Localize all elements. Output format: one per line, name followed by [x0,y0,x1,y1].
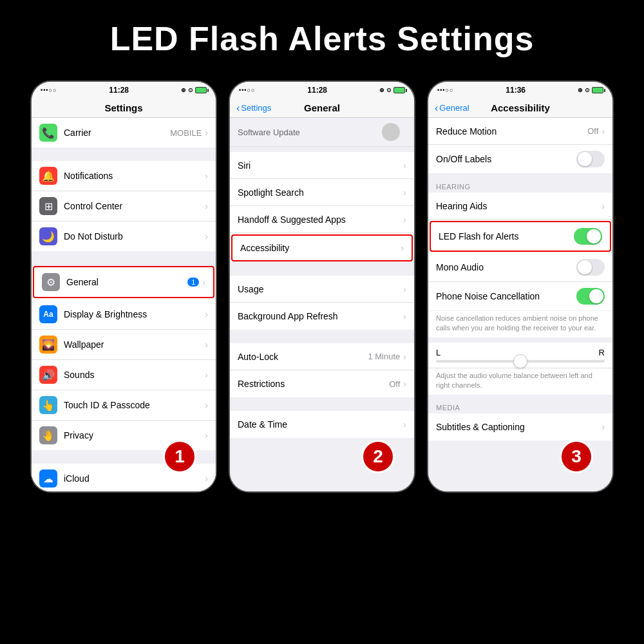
section-p2-usage: Usage › Background App Refresh › [230,276,414,330]
row-mono-audio[interactable]: Mono Audio [428,253,612,282]
row-do-not-disturb[interactable]: 🌙 Do Not Disturb › [32,222,216,251]
display-icon: Aa [39,305,57,323]
row-autolock[interactable]: Auto-Lock 1 Minute › [230,343,414,370]
privacy-chevron: › [205,430,208,440]
row-background-refresh[interactable]: Background App Refresh › [230,303,414,330]
row-hearing-aids[interactable]: Hearing Aids › [428,193,612,220]
do-not-disturb-chevron: › [205,231,208,242]
slider-track[interactable] [436,360,605,363]
general-label: General [66,277,187,287]
phone-noise-toggle[interactable] [576,288,605,305]
row-usage[interactable]: Usage › [230,276,414,303]
row-touchid[interactable]: 👆 Touch ID & Passcode › [32,390,216,421]
row-phone-noise[interactable]: Phone Noise Cancellation [428,282,612,310]
status-icons-3: ⊕ ⊙ [578,87,603,93]
row-siri[interactable]: Siri › [230,152,414,179]
accessibility-chevron: › [401,243,404,253]
sep-p3-3 [428,395,612,400]
led-flash-label: LED Flash for Alerts [439,231,574,242]
row-datetime[interactable]: Date & Time › [230,411,414,438]
row-general[interactable]: ⚙ General 1 › [33,266,214,298]
autolock-chevron: › [403,352,406,362]
autolock-label: Auto-Lock [238,352,368,362]
row-subtitles[interactable]: Subtitles & Captioning › [428,413,612,440]
sep-p2-2 [230,263,414,276]
row-led-flash[interactable]: LED Flash for Alerts [430,221,611,252]
sounds-label: Sounds [64,370,205,380]
sounds-chevron: › [205,370,208,380]
notifications-icon: 🔔 [39,167,57,185]
nav-back-2[interactable]: ‹ Settings [236,103,271,113]
section-general: ⚙ General 1 › Aa Display & Brightness › … [32,266,216,450]
carrier-label: Carrier [64,128,170,138]
rotation-icon-2: ⊙ [386,87,392,93]
time-2: 11:28 [307,86,327,95]
row-control-center[interactable]: ⊞ Control Center › [32,191,216,222]
carrier-value: MOBILE [170,128,202,138]
on-off-labels-toggle[interactable] [576,151,605,167]
nav-back-3[interactable]: ‹ General [435,103,469,113]
general-icon: ⚙ [42,273,60,291]
spotlight-label: Spotlight Search [238,187,403,198]
restrictions-chevron: › [403,379,406,389]
row-carrier[interactable]: 📞 Carrier MOBILE › [32,118,216,147]
back-label-2: Settings [241,103,271,113]
row-notifications[interactable]: 🔔 Notifications › [32,161,216,191]
back-chevron-2: ‹ [236,103,240,113]
general-chevron: › [202,277,205,287]
step-1-circle: 1 [163,440,196,473]
slider-knob[interactable] [513,354,527,368]
led-toggle-knob [587,229,601,243]
control-center-icon: ⊞ [39,197,57,215]
do-not-disturb-label: Do Not Disturb [64,231,205,242]
wallpaper-label: Wallpaper [64,339,205,350]
slider-info: Adjust the audio volume balance between … [428,368,612,395]
battery-icon-1 [195,87,207,93]
siri-chevron: › [403,160,406,171]
row-handoff[interactable]: Handoff & Suggested Apps › [230,206,414,233]
row-spotlight[interactable]: Spotlight Search › [230,179,414,206]
notifications-chevron: › [205,171,208,181]
settings-list-2: Software Update Siri › Spotlight Search … [230,118,414,491]
back-chevron-3: ‹ [435,103,438,113]
rotation-icon-3: ⊙ [585,87,590,93]
row-restrictions[interactable]: Restrictions Off › [230,370,414,397]
notifications-label: Notifications [64,171,205,181]
sep-p2-4 [230,398,414,411]
phone-noise-knob [589,289,603,303]
back-label-3: General [439,103,469,113]
reduce-motion-label: Reduce Motion [436,126,587,137]
row-display[interactable]: Aa Display & Brightness › [32,299,216,330]
status-bar-2: •••○○ 11:28 ⊕ ⊙ [230,82,414,99]
time-1: 11:28 [109,86,129,95]
row-reduce-motion[interactable]: Reduce Motion Off › [428,118,612,145]
icloud-chevron: › [205,473,208,484]
carrier-icon: 📞 [39,124,57,142]
general-badge: 1 [187,278,199,287]
row-on-off-labels[interactable]: On/Off Labels [428,145,612,173]
phone-noise-label: Phone Noise Cancellation [436,291,576,301]
software-update-icon [382,123,400,141]
sep-1 [32,148,216,161]
partial-software-update[interactable]: Software Update [230,118,414,147]
icloud-icon: ☁ [39,469,57,488]
step-3-circle: 3 [560,440,593,473]
touchid-chevron: › [205,400,208,410]
signal-dots-3: •••○○ [437,87,453,93]
mono-audio-toggle[interactable] [576,259,605,276]
led-flash-toggle[interactable] [574,228,602,245]
mono-toggle-knob [578,260,592,274]
phone-3: •••○○ 11:36 ⊕ ⊙ ‹ General Accessibility … [427,80,614,493]
row-wallpaper[interactable]: 🌄 Wallpaper › [32,330,216,360]
wifi-icon-1: ⊕ [181,87,186,93]
wallpaper-icon: 🌄 [39,336,57,354]
sep-2 [32,252,216,265]
nav-bar-1: Settings [32,99,216,118]
page-title: LED Flash Alerts Settings [110,19,535,58]
row-sounds[interactable]: 🔊 Sounds › [32,360,216,390]
touchid-icon: 👆 [39,396,57,414]
sep-p3-1 [428,174,612,179]
section-p3-motion: Reduce Motion Off › On/Off Labels [428,118,612,173]
row-accessibility[interactable]: Accessibility › [231,234,413,261]
usage-chevron: › [403,284,406,294]
